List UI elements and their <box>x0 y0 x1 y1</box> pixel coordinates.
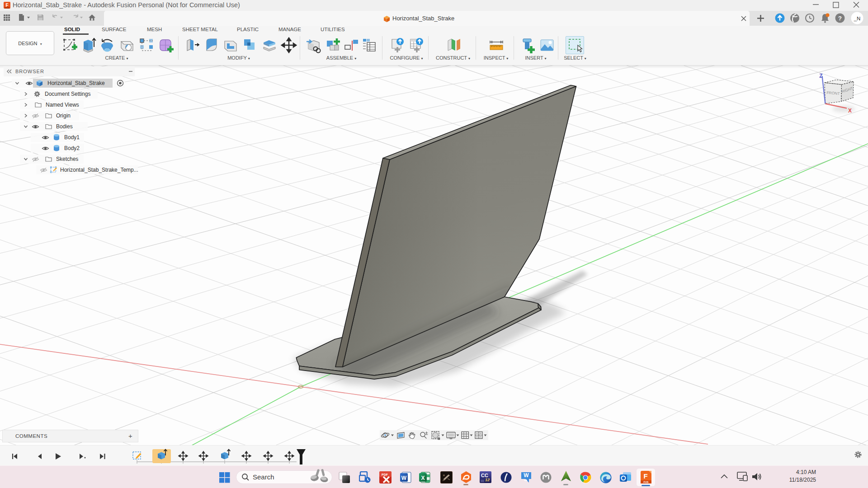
svg-text:PDF: PDF <box>382 473 388 476</box>
svg-text:W: W <box>401 475 407 481</box>
svg-text:F: F <box>643 472 647 480</box>
svg-text:F: F <box>5 3 8 8</box>
svg-text:W: W <box>524 472 529 479</box>
svg-text:_N: _N <box>854 16 861 21</box>
svg-text:12: 12 <box>485 478 490 482</box>
svg-text:?: ? <box>838 15 842 22</box>
svg-text:Z: Z <box>819 73 822 79</box>
svg-text:FUS: FUS <box>644 481 649 483</box>
svg-text:X: X <box>848 108 852 114</box>
svg-text:X-CH: X-CH <box>385 481 390 483</box>
svg-text:X: X <box>421 475 425 481</box>
svg-text:FRONT: FRONT <box>826 90 840 96</box>
